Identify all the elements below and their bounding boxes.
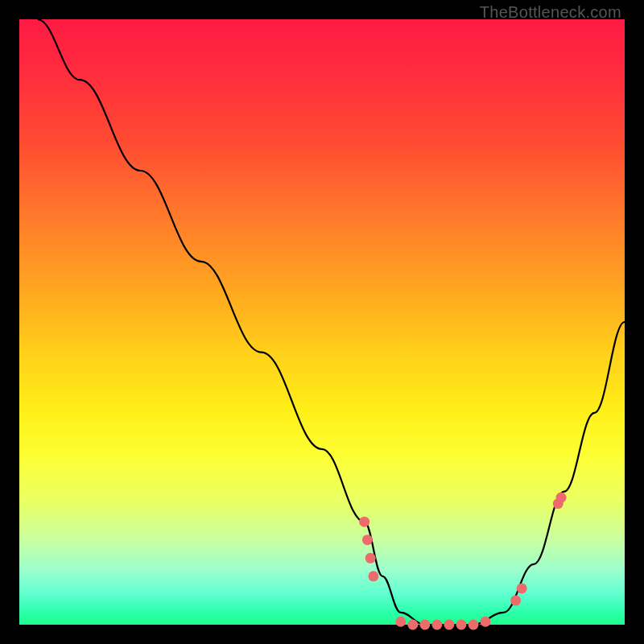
scatter-point [444, 620, 454, 630]
scatter-point [469, 620, 479, 630]
scatter-point [395, 617, 406, 627]
scatter-points [359, 493, 566, 630]
scatter-point [510, 595, 521, 605]
bottleneck-curve [38, 19, 625, 625]
scatter-point [407, 620, 418, 630]
chart-container: { "watermark": "TheBottleneck.com", "cha… [0, 0, 644, 644]
scatter-point [517, 583, 527, 593]
scatter-point [359, 517, 369, 527]
scatter-point [431, 620, 442, 630]
chart-svg [19, 19, 625, 625]
scatter-point [481, 617, 491, 627]
scatter-point [365, 553, 376, 564]
scatter-point [456, 620, 466, 630]
scatter-point [368, 571, 378, 581]
scatter-point [419, 620, 430, 630]
scatter-point [556, 493, 567, 503]
scatter-point [362, 535, 373, 545]
